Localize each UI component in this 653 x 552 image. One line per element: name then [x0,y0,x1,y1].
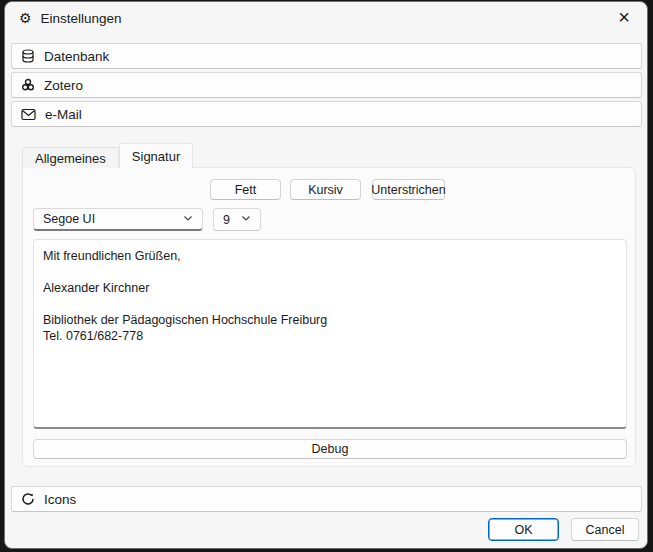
chevron-down-icon [240,212,252,227]
close-icon[interactable]: × [601,2,647,33]
section-header-email[interactable]: e-Mail [11,101,642,127]
chevron-down-icon [182,212,194,227]
tab-signatur[interactable]: Signatur [119,143,193,168]
zotero-icon [21,78,35,92]
section-header-datenbank[interactable]: Datenbank [11,43,642,69]
font-family-value: Segoe UI [43,212,95,226]
font-family-combobox[interactable]: Segoe UI [33,208,203,231]
window-title: Einstellungen [41,11,122,26]
mail-icon [21,108,36,121]
section-header-zotero[interactable]: Zotero [11,72,642,98]
section-label: e-Mail [45,107,82,122]
settings-window: ⚙ Einstellungen × Datenbank Zotero [4,1,648,549]
signature-textarea[interactable]: Mit freundlichen Grüßen, Alexander Kirch… [33,239,627,429]
titlebar: ⚙ Einstellungen [5,2,647,34]
section-label: Zotero [44,78,83,93]
section-header-icons[interactable]: Icons [11,486,642,512]
ok-button[interactable]: OK [488,518,559,541]
tab-allgemeines[interactable]: Allgemeines [22,147,119,168]
cancel-button[interactable]: Cancel [571,518,639,541]
font-size-combobox[interactable]: 9 [213,208,261,231]
section-label: Datenbank [44,49,109,64]
email-tabs: Allgemeines Signatur [22,143,193,168]
debug-button[interactable]: Debug [33,439,627,459]
bold-button[interactable]: Fett [210,179,281,200]
signatur-tab-panel: Fett Kursiv Unterstrichen Segoe UI 9 Mit… [22,167,636,467]
section-label: Icons [44,492,76,507]
italic-button[interactable]: Kursiv [290,179,361,200]
gear-icon: ⚙ [19,11,32,25]
refresh-icon [21,492,35,506]
underline-button[interactable]: Unterstrichen [372,179,445,200]
font-size-value: 9 [223,213,230,227]
database-icon [21,49,35,63]
